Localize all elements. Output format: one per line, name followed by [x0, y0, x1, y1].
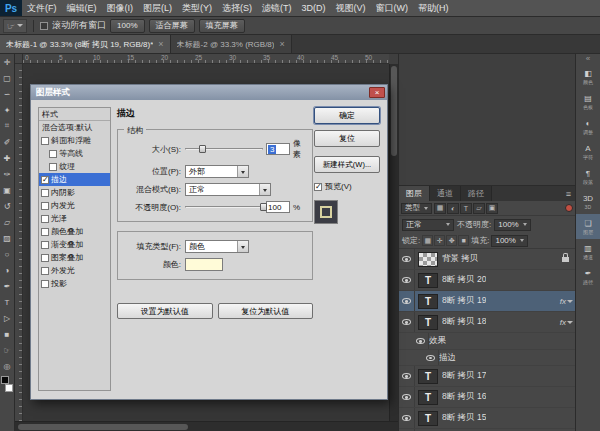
fill-type-dropdown[interactable]: 颜色: [185, 240, 249, 253]
fill-value-dropdown[interactable]: 100%: [491, 235, 527, 247]
style-checkbox[interactable]: [41, 202, 49, 210]
menu-item[interactable]: 帮助(H): [413, 0, 454, 16]
style-item[interactable]: 光泽: [39, 212, 110, 225]
lock-all-icon[interactable]: ■: [458, 235, 469, 246]
layer-thumbnail[interactable]: T: [418, 369, 438, 384]
ok-button[interactable]: 确定: [314, 107, 380, 124]
layer-visibility-toggle[interactable]: [399, 312, 415, 332]
menu-item[interactable]: 滤镜(T): [257, 0, 297, 16]
color-panel-icon[interactable]: ◧ 颜色: [576, 64, 600, 89]
layer-thumbnail[interactable]: T: [418, 273, 438, 288]
style-item[interactable]: 等高线: [39, 147, 110, 160]
filter-smart-objects-icon[interactable]: ▣: [486, 203, 498, 214]
style-checkbox[interactable]: [41, 215, 49, 223]
scrollbar-thumb[interactable]: [391, 66, 397, 156]
style-item[interactable]: 斜面和浮雕: [39, 134, 110, 147]
fill-screen-button[interactable]: 填充屏幕: [199, 19, 245, 33]
filter-type-layers-icon[interactable]: T: [460, 203, 472, 214]
layer-visibility-toggle[interactable]: [399, 408, 415, 428]
chevron-down-icon[interactable]: [567, 300, 573, 303]
filter-shape-layers-icon[interactable]: ▱: [473, 203, 485, 214]
lock-image-pixels-icon[interactable]: ✛: [434, 235, 445, 246]
layer-visibility-toggle[interactable]: [399, 387, 415, 407]
dialog-title-bar[interactable]: 图层样式 ×: [31, 85, 387, 100]
layer-thumbnail[interactable]: [418, 252, 438, 267]
document-tab[interactable]: 未标题-2 @ 33.3% (RGB/8) ×: [171, 35, 292, 53]
styles-header[interactable]: 样式: [39, 108, 110, 121]
reset-button[interactable]: 复位: [314, 130, 380, 147]
channels-panel-icon[interactable]: ▥ 通道: [576, 239, 600, 264]
swatches-panel-icon[interactable]: ▤ 色板: [576, 89, 600, 114]
layer-thumbnail[interactable]: T: [418, 315, 438, 330]
healing-brush-tool[interactable]: ✚: [0, 150, 14, 166]
filter-pixel-layers-icon[interactable]: ▦: [434, 203, 446, 214]
size-input[interactable]: 3: [266, 143, 290, 155]
horizontal-scrollbar[interactable]: [15, 421, 398, 431]
history-brush-tool[interactable]: ↺: [0, 198, 14, 214]
stroke-color-swatch[interactable]: [185, 258, 223, 271]
menu-item[interactable]: 图像(I): [102, 0, 139, 16]
fit-screen-button[interactable]: 适合屏幕: [149, 19, 195, 33]
type-tool[interactable]: T: [0, 294, 14, 310]
vertical-scrollbar[interactable]: [389, 64, 398, 421]
layer-thumbnail[interactable]: T: [418, 411, 438, 426]
crop-tool[interactable]: ⌗: [0, 118, 14, 134]
layer-row[interactable]: T 8断 拷贝 15 fx: [399, 408, 575, 429]
blur-tool[interactable]: ○: [0, 246, 14, 262]
opacity-input[interactable]: 100: [266, 201, 290, 213]
style-item[interactable]: 图案叠加: [39, 251, 110, 264]
adjustments-panel-icon[interactable]: ◐ 调整: [576, 114, 600, 139]
filter-kind-dropdown[interactable]: 类型: [401, 203, 432, 214]
style-item[interactable]: 内发光: [39, 199, 110, 212]
document-tab[interactable]: 未标题-1 @ 33.3% (8断 拷贝 19, RGB/8)* ×: [0, 35, 171, 53]
layer-visibility-toggle[interactable]: [399, 249, 415, 269]
collapse-dock-icon[interactable]: «: [576, 54, 600, 64]
character-panel-icon[interactable]: A 字符: [576, 139, 600, 164]
filter-toggle-icon[interactable]: [565, 204, 573, 212]
layer-visibility-toggle[interactable]: [399, 270, 415, 290]
layer-row[interactable]: T 8断 拷贝 16 fx: [399, 387, 575, 408]
hand-tool[interactable]: ☞: [0, 342, 14, 358]
preview-checkbox[interactable]: [314, 183, 322, 191]
tab-close-icon[interactable]: ×: [279, 39, 284, 49]
style-checkbox[interactable]: [41, 137, 49, 145]
set-default-button[interactable]: 设置为默认值: [117, 303, 213, 319]
lock-position-icon[interactable]: ✥: [446, 235, 457, 246]
menu-item[interactable]: 窗口(W): [371, 0, 414, 16]
horizontal-ruler[interactable]: 05101520253035404550: [23, 54, 389, 64]
panel-tab[interactable]: 路径: [461, 186, 492, 201]
lock-transparent-pixels-icon[interactable]: ▦: [422, 235, 433, 246]
reset-default-button[interactable]: 复位为默认值: [218, 303, 314, 319]
gradient-tool[interactable]: ▨: [0, 230, 14, 246]
menu-item[interactable]: 文件(F): [22, 0, 62, 16]
blending-options-item[interactable]: 混合选项:默认: [39, 121, 110, 134]
eyedropper-tool[interactable]: ✐: [0, 134, 14, 150]
layer-visibility-toggle[interactable]: [399, 366, 415, 386]
ruler-corner[interactable]: [15, 54, 23, 64]
style-item[interactable]: 投影: [39, 277, 110, 290]
layer-visibility-toggle[interactable]: [423, 350, 439, 365]
menu-item[interactable]: 类型(Y): [177, 0, 217, 16]
style-checkbox[interactable]: [49, 150, 57, 158]
lasso-tool[interactable]: ∽: [0, 86, 14, 102]
panel-tab[interactable]: 图层: [399, 186, 430, 201]
3d-panel-icon[interactable]: 3D 3D: [576, 189, 600, 214]
path-selection-tool[interactable]: ▷: [0, 310, 14, 326]
layer-row[interactable]: T 8断 拷贝 20 fx: [399, 270, 575, 291]
menu-item[interactable]: 选择(S): [217, 0, 257, 16]
clone-stamp-tool[interactable]: ▣: [0, 182, 14, 198]
menu-item[interactable]: 3D(D): [297, 0, 331, 16]
opacity-slider[interactable]: [185, 202, 263, 212]
style-checkbox[interactable]: [41, 241, 49, 249]
opacity-value-dropdown[interactable]: 100%: [494, 219, 530, 231]
vertical-ruler[interactable]: [15, 64, 23, 421]
layer-row[interactable]: 描边 fx: [399, 350, 575, 366]
layer-row[interactable]: T 8断 拷贝 18 fx: [399, 312, 575, 333]
chevron-down-icon[interactable]: [567, 321, 573, 324]
style-checkbox[interactable]: [49, 163, 57, 171]
scrollbar-thumb[interactable]: [18, 424, 188, 430]
rectangle-tool[interactable]: ■: [0, 326, 14, 342]
tab-close-icon[interactable]: ×: [158, 39, 163, 49]
marquee-tool[interactable]: ▢: [0, 70, 14, 86]
style-checkbox[interactable]: [41, 176, 49, 184]
